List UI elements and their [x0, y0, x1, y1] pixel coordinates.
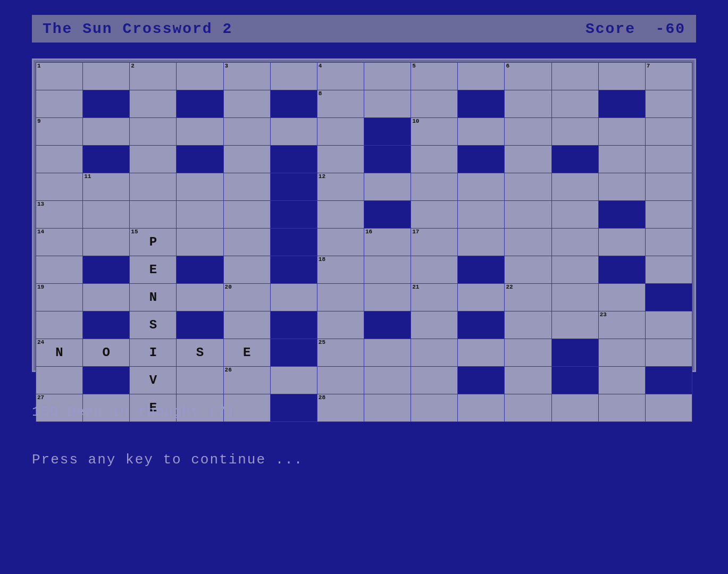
table-row — [645, 367, 692, 394]
table-row — [458, 339, 505, 367]
table-row — [177, 173, 223, 201]
table-row: I — [130, 339, 177, 367]
table-row — [598, 90, 645, 118]
table-row — [364, 118, 411, 146]
table-row — [505, 118, 551, 146]
table-row — [364, 201, 411, 229]
table-row — [505, 339, 551, 367]
table-row — [177, 284, 223, 311]
table-row — [270, 173, 317, 201]
table-row — [551, 311, 598, 339]
table-row — [458, 63, 505, 90]
table-row: 12 — [317, 173, 364, 201]
table-row: 7 — [645, 63, 692, 90]
table-row — [223, 256, 270, 284]
table-row: 11 — [83, 173, 130, 201]
table-row — [36, 311, 83, 339]
table-row — [83, 367, 130, 394]
table-row — [598, 173, 645, 201]
table-row — [598, 146, 645, 173]
table-row — [505, 146, 551, 173]
table-row — [270, 229, 317, 256]
table-row — [83, 201, 130, 229]
table-row: 23 — [598, 311, 645, 339]
table-row — [36, 173, 83, 201]
table-row — [505, 367, 551, 394]
table-row — [317, 118, 364, 146]
continue-prompt[interactable]: Press any key to continue ... — [32, 452, 696, 468]
table-row — [270, 367, 317, 394]
table-row: 10 — [411, 118, 458, 146]
table-row: 4 — [317, 63, 364, 90]
table-row — [458, 146, 505, 173]
table-row — [364, 173, 411, 201]
table-row — [645, 256, 692, 284]
table-row — [645, 146, 692, 173]
table-row — [411, 339, 458, 367]
table-row — [645, 229, 692, 256]
table-row — [364, 63, 411, 90]
table-row — [223, 201, 270, 229]
table-row — [411, 311, 458, 339]
table-row — [645, 173, 692, 201]
table-row — [270, 63, 317, 90]
table-row — [458, 311, 505, 339]
table-row — [645, 339, 692, 367]
table-row — [83, 146, 130, 173]
table-row — [270, 284, 317, 311]
table-row: 17 — [411, 229, 458, 256]
table-row — [364, 256, 411, 284]
table-row — [551, 173, 598, 201]
table-row — [458, 173, 505, 201]
table-row — [551, 284, 598, 311]
table-row — [130, 173, 177, 201]
table-row — [223, 146, 270, 173]
table-row — [411, 367, 458, 394]
table-row — [317, 146, 364, 173]
table-row — [270, 146, 317, 173]
table-row — [458, 367, 505, 394]
table-row — [317, 201, 364, 229]
table-row — [551, 367, 598, 394]
table-row — [458, 90, 505, 118]
table-row: 25 — [317, 339, 364, 367]
table-row: 14 — [36, 229, 83, 256]
table-row — [177, 201, 223, 229]
table-row — [177, 146, 223, 173]
table-row — [130, 146, 177, 173]
table-row — [83, 284, 130, 311]
table-row — [83, 63, 130, 90]
table-row — [223, 173, 270, 201]
table-row — [458, 284, 505, 311]
score-display: Score -60 — [585, 21, 685, 37]
table-row — [505, 311, 551, 339]
table-row — [177, 63, 223, 90]
table-row: E — [223, 339, 270, 367]
table-row — [598, 118, 645, 146]
current-clue: 15D Deep in thought (7) — [32, 404, 696, 420]
table-row — [598, 367, 645, 394]
table-row — [505, 201, 551, 229]
table-row — [364, 311, 411, 339]
table-row — [551, 63, 598, 90]
table-row — [177, 256, 223, 284]
table-row — [130, 118, 177, 146]
table-row — [36, 146, 83, 173]
table-row — [270, 118, 317, 146]
table-row: S — [130, 311, 177, 339]
table-row — [551, 146, 598, 173]
crossword-grid: 1 2 3 4 5 6 7 8 — [32, 58, 696, 372]
table-row — [551, 118, 598, 146]
title-bar: The Sun Crossword 2 Score -60 — [32, 15, 696, 43]
table-row: 15P — [130, 229, 177, 256]
table-row — [317, 367, 364, 394]
table-row: 2 — [130, 63, 177, 90]
table-row: 3 — [223, 63, 270, 90]
table-row — [36, 256, 83, 284]
table-row — [551, 256, 598, 284]
table-row — [36, 367, 83, 394]
table-row: 20 — [223, 284, 270, 311]
table-row: 5 — [411, 63, 458, 90]
table-row: 9 — [36, 118, 83, 146]
table-row: V — [130, 367, 177, 394]
